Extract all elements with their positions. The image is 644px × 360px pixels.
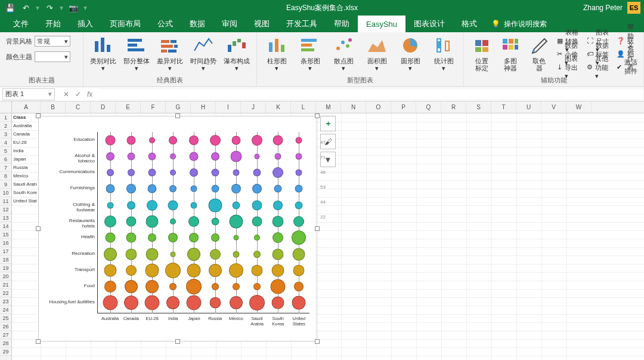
ribbon-btn-pos-0[interactable]: 位置标定: [470, 35, 494, 72]
col-hdr-K[interactable]: K: [266, 101, 291, 113]
col-hdr-D[interactable]: D: [91, 101, 116, 113]
row-hdr-5[interactable]: 5: [0, 147, 11, 155]
row-hdr-27[interactable]: 27: [0, 331, 11, 339]
select-all-corner[interactable]: [0, 101, 12, 113]
user-badge[interactable]: ES: [627, 2, 640, 14]
col-hdr-U[interactable]: U: [516, 101, 541, 113]
undo-icon[interactable]: ↶: [20, 2, 31, 13]
ribbon-btn-classic-4[interactable]: 瀑布构成▾: [223, 35, 250, 72]
aux-item-0-2[interactable]: ⤓图表导出 ▾: [557, 61, 581, 73]
col-hdr-M[interactable]: M: [316, 101, 341, 113]
tab-format[interactable]: 格式: [453, 16, 485, 32]
ribbon-btn-new-5[interactable]: 统计图▾: [430, 35, 457, 72]
col-hdr-B[interactable]: B: [41, 101, 66, 113]
row-hdr-11[interactable]: 11: [0, 197, 11, 205]
row-hdr-24[interactable]: 24: [0, 306, 11, 314]
row-hdr-6[interactable]: 6: [0, 155, 11, 164]
ribbon-btn-pos-2[interactable]: 取色器: [527, 35, 551, 72]
chart-object[interactable]: EducationAlcohol &tobaccoCommunicationsF…: [38, 116, 317, 341]
tab-formulas[interactable]: 公式: [149, 16, 181, 32]
chart-add-element-icon[interactable]: ＋: [320, 116, 336, 131]
resize-handle[interactable]: [315, 113, 320, 118]
row-hdr-17[interactable]: 17: [0, 247, 11, 256]
row-hdr-28[interactable]: 28: [0, 339, 11, 347]
resize-handle[interactable]: [315, 226, 320, 231]
cells-area[interactable]: ClassAustraliaCanadaEU-28IndiaJapanRussi…: [12, 113, 644, 360]
tab-layout[interactable]: 页面布局: [101, 16, 149, 32]
col-hdr-E[interactable]: E: [116, 101, 141, 113]
tab-view[interactable]: 视图: [246, 16, 278, 32]
tab-dev[interactable]: 开发工具: [278, 16, 326, 32]
row-hdr-7[interactable]: 7: [0, 164, 11, 172]
col-hdr-A[interactable]: A: [12, 101, 41, 113]
resize-handle[interactable]: [315, 339, 320, 344]
ribbon-btn-new-1[interactable]: 条形图▾: [296, 35, 324, 72]
row-hdr-12[interactable]: 12: [0, 205, 11, 214]
user-name[interactable]: Zhang Peter: [583, 4, 623, 12]
row-hdr-19[interactable]: 19: [0, 264, 11, 272]
col-hdr-O[interactable]: O: [366, 101, 391, 113]
col-hdr-F[interactable]: F: [141, 101, 166, 113]
col-hdr-T[interactable]: T: [491, 101, 516, 113]
color-theme-combo[interactable]: ▾: [35, 51, 70, 62]
ribbon-btn-classic-3[interactable]: 时间趋势▾: [190, 35, 217, 72]
formula-input[interactable]: [98, 88, 644, 100]
tab-review[interactable]: 审阅: [213, 16, 246, 32]
camera-icon[interactable]: 📷: [68, 2, 79, 13]
col-hdr-H[interactable]: H: [191, 101, 216, 113]
aux-item-2-2[interactable]: ✔激活插件: [617, 61, 637, 73]
row-hdr-20[interactable]: 20: [0, 272, 11, 281]
ribbon-btn-pos-1[interactable]: 多图神器: [499, 35, 522, 72]
ribbon-btn-new-4[interactable]: 圆形图▾: [397, 35, 424, 72]
resize-handle[interactable]: [175, 113, 180, 118]
col-hdr-P[interactable]: P: [391, 101, 416, 113]
ribbon-btn-classic-2[interactable]: 差异对比▾: [156, 35, 184, 72]
row-hdr-1[interactable]: 1: [0, 113, 11, 122]
row-hdr-15[interactable]: 15: [0, 230, 11, 239]
col-hdr-R[interactable]: R: [441, 101, 466, 113]
row-hdr-18[interactable]: 18: [0, 256, 11, 264]
col-hdr-V[interactable]: V: [541, 101, 566, 113]
tab-insert[interactable]: 插入: [69, 16, 101, 32]
ribbon-btn-new-2[interactable]: 散点图▾: [330, 35, 357, 72]
row-hdr-8[interactable]: 8: [0, 172, 11, 180]
row-hdr-29[interactable]: 29: [0, 347, 11, 356]
row-hdr-14[interactable]: 14: [0, 222, 11, 230]
redo-icon[interactable]: ↷: [44, 2, 55, 13]
fx-cancel-icon[interactable]: ✕: [63, 90, 69, 99]
row-hdr-10[interactable]: 10: [0, 189, 11, 197]
tab-file[interactable]: 文件: [5, 16, 37, 32]
tell-me[interactable]: 💡 操作说明搜索: [491, 19, 547, 29]
row-hdr-21[interactable]: 21: [0, 281, 11, 289]
col-hdr-S[interactable]: S: [466, 101, 491, 113]
row-hdr-22[interactable]: 22: [0, 289, 11, 297]
row-hdr-26[interactable]: 26: [0, 322, 11, 331]
col-hdr-Q[interactable]: Q: [416, 101, 441, 113]
ribbon-btn-new-0[interactable]: 柱形图▾: [263, 35, 290, 72]
row-hdr-16[interactable]: 16: [0, 239, 11, 247]
col-hdr-L[interactable]: L: [291, 101, 316, 113]
tab-easyshu[interactable]: EasyShu: [358, 16, 405, 32]
tab-help[interactable]: 帮助: [326, 16, 358, 32]
col-hdr-I[interactable]: I: [216, 101, 241, 113]
fx-icon[interactable]: fx: [87, 90, 92, 99]
ribbon-btn-classic-0[interactable]: 类别对比▾: [89, 35, 117, 72]
col-hdr-J[interactable]: J: [241, 101, 266, 113]
col-hdr-G[interactable]: G: [166, 101, 191, 113]
tab-data[interactable]: 数据: [181, 16, 213, 32]
col-hdr-N[interactable]: N: [341, 101, 366, 113]
ribbon-btn-new-3[interactable]: 面积图▾: [363, 35, 391, 72]
save-icon[interactable]: 💾: [5, 2, 16, 13]
row-hdr-23[interactable]: 23: [0, 297, 11, 306]
row-hdr-25[interactable]: 25: [0, 314, 11, 322]
resize-handle[interactable]: [36, 113, 41, 118]
fx-confirm-icon[interactable]: ✓: [75, 90, 81, 99]
resize-handle[interactable]: [36, 226, 41, 231]
aux-item-1-2[interactable]: ⚙其他功能 ▾: [587, 61, 611, 73]
row-hdr-13[interactable]: 13: [0, 214, 11, 222]
ribbon-btn-classic-1[interactable]: 部分整体▾: [123, 35, 150, 72]
col-hdr-W[interactable]: W: [566, 101, 592, 113]
bg-style-combo[interactable]: 常规▾: [35, 36, 70, 47]
tab-chart-design[interactable]: 图表设计: [405, 16, 453, 32]
tab-home[interactable]: 开始: [37, 16, 69, 32]
